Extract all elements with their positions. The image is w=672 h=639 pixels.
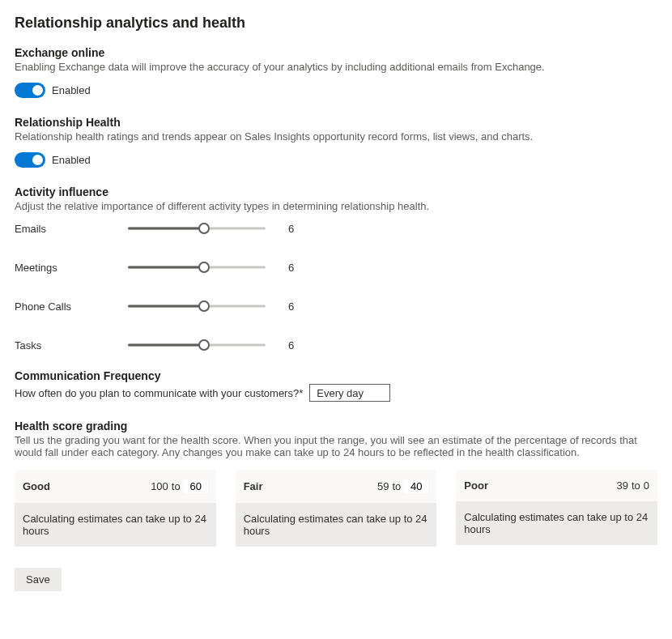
grade-card-good: Good 100 to Calculating estimates can ta… [15, 470, 216, 547]
slider-phone-calls[interactable] [128, 300, 266, 313]
exchange-heading: Exchange online [15, 46, 657, 59]
slider-meetings[interactable] [128, 261, 266, 274]
activity-row-emails: Emails 6 [15, 222, 657, 235]
grade-name-good: Good [23, 480, 50, 492]
grade-name-fair: Fair [244, 480, 263, 492]
activity-row-phone-calls: Phone Calls 6 [15, 300, 657, 313]
activity-label-emails: Emails [15, 223, 128, 235]
section-relationship-health: Relationship Health Relationship health … [15, 116, 657, 168]
section-communication-frequency: Communication Frequency How often do you… [15, 369, 657, 402]
grade-name-poor: Poor [464, 479, 488, 492]
section-activity-influence: Activity influence Adjust the relative i… [15, 185, 657, 351]
grade-note-poor: Calculating estimates can take up to 24 … [456, 501, 657, 545]
relationship-health-toggle[interactable] [15, 152, 45, 168]
grade-low-input-good[interactable] [184, 479, 208, 493]
activity-influence-description: Adjust the relative importance of differ… [15, 200, 657, 212]
grade-high-poor: 39 [616, 479, 627, 492]
health-grading-description: Tell us the grading you want for the hea… [15, 434, 657, 458]
activity-label-meetings: Meetings [15, 262, 128, 274]
grade-to-poor: to [632, 479, 640, 492]
grade-note-good: Calculating estimates can take up to 24 … [15, 503, 216, 547]
grade-high-fair: 59 [377, 480, 389, 492]
grade-card-fair: Fair 59 to Calculating estimates can tak… [236, 470, 437, 547]
exchange-toggle[interactable] [15, 83, 45, 98]
relationship-health-description: Relationship health ratings and trends a… [15, 130, 657, 143]
communication-frequency-heading: Communication Frequency [15, 369, 657, 382]
activity-row-tasks: Tasks 6 [15, 339, 657, 351]
slider-tasks[interactable] [128, 339, 266, 351]
slider-value-tasks: 6 [288, 339, 304, 351]
grade-card-poor: Poor 39 to 0 Calculating estimates can t… [456, 470, 657, 547]
grade-to-fair: to [393, 480, 402, 492]
communication-frequency-select[interactable]: Every day [309, 384, 390, 402]
slider-emails[interactable] [128, 222, 266, 235]
grade-to-good: to [172, 480, 181, 492]
communication-frequency-label: How often do you plan to communicate wit… [15, 387, 303, 399]
activity-row-meetings: Meetings 6 [15, 261, 657, 274]
exchange-toggle-label: Enabled [52, 84, 91, 96]
section-health-grading: Health score grading Tell us the grading… [15, 420, 657, 547]
health-grading-heading: Health score grading [15, 420, 657, 432]
activity-label-phone-calls: Phone Calls [15, 300, 128, 313]
exchange-description: Enabling Exchange data will improve the … [15, 61, 657, 73]
slider-value-meetings: 6 [288, 262, 304, 274]
save-button[interactable]: Save [15, 568, 62, 591]
relationship-health-heading: Relationship Health [15, 116, 657, 129]
activity-influence-heading: Activity influence [15, 185, 657, 198]
grade-low-poor: 0 [644, 479, 649, 492]
relationship-health-toggle-label: Enabled [52, 154, 91, 166]
section-exchange-online: Exchange online Enabling Exchange data w… [15, 46, 657, 98]
activity-label-tasks: Tasks [15, 339, 128, 351]
slider-value-emails: 6 [288, 223, 304, 235]
grade-low-input-fair[interactable] [404, 479, 428, 493]
page-title: Relationship analytics and health [15, 15, 657, 32]
grade-high-good: 100 [151, 480, 168, 492]
grade-note-fair: Calculating estimates can take up to 24 … [236, 503, 437, 547]
slider-value-phone-calls: 6 [288, 300, 304, 313]
